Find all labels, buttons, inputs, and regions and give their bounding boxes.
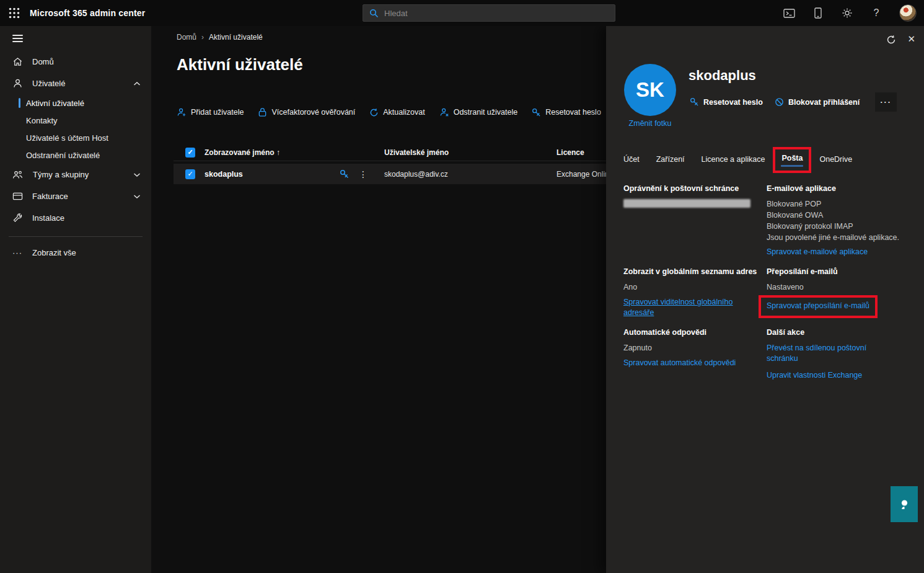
more-icon: ···: [12, 248, 23, 257]
sidebar-item-setup[interactable]: Instalace: [0, 207, 151, 229]
section-more-actions: Další akce Převést na sdílenou poštovní …: [767, 327, 904, 381]
email-apps-status: Jsou povolené jiné e-mailové aplikace.: [767, 233, 904, 243]
section-email-apps: E-mailové aplikace Blokované POP Blokova…: [767, 184, 904, 257]
chevron-down-icon: [133, 172, 141, 177]
person-icon: [12, 78, 23, 89]
row-display-name[interactable]: skodaplus: [205, 170, 243, 179]
sidebar-item-label: Uživatelé: [32, 79, 65, 88]
breadcrumb-separator: ›: [201, 33, 204, 42]
toolbar-label: Vícefaktorové ověřování: [271, 108, 355, 117]
user-avatar[interactable]: SK: [624, 64, 676, 116]
manage-email-apps-link[interactable]: Spravovat e-mailové aplikace: [767, 247, 868, 257]
row-licence: Exchange Online (: [557, 170, 606, 179]
sidebar-item-teams-groups[interactable]: Týmy a skupiny: [0, 164, 151, 185]
sidebar-item-users[interactable]: Uživatelé: [0, 73, 151, 94]
feedback-button[interactable]: [891, 486, 918, 522]
manage-automatic-replies-link[interactable]: Spravovat automatické odpovědi: [623, 358, 736, 368]
manage-email-forwarding-link[interactable]: Spravovat přeposílání e-mailů: [767, 301, 869, 311]
tab-licenses-apps[interactable]: Licence a aplikace: [702, 151, 765, 172]
section-email-forwarding: Přeposílání e-mailů Nastaveno Spravovat …: [767, 267, 904, 318]
sidebar-item-label: Týmy a skupiny: [33, 170, 89, 179]
person-add-icon: [177, 107, 187, 117]
sidebar-item-deleted-users[interactable]: Odstranění uživatelé: [0, 146, 151, 164]
sidebar-item-active-users[interactable]: Aktivní uživatelé: [0, 94, 151, 112]
refresh-icon: [369, 108, 379, 117]
column-display-name[interactable]: Zobrazované jméno ↑: [205, 148, 280, 157]
select-all-checkbox[interactable]: ✓: [185, 148, 195, 158]
tab-devices[interactable]: Zařízení: [656, 151, 685, 172]
refresh-button[interactable]: Aktualizovat: [369, 108, 425, 117]
tab-onedrive[interactable]: OneDrive: [819, 151, 852, 172]
table-row[interactable]: ✓ skodaplus ⋮ skodaplus@adiv.cz Exchange…: [174, 164, 606, 184]
mobile-app-icon[interactable]: [812, 7, 824, 19]
gal-value: Ano: [623, 282, 757, 293]
tab-mail[interactable]: Pošta: [781, 149, 803, 171]
key-icon: [532, 108, 541, 117]
annotation-box-forwarding-link: Spravovat přeposílání e-mailů: [759, 295, 878, 318]
action-label: Resetovat heslo: [703, 98, 763, 107]
sidebar-item-show-all[interactable]: ··· Zobrazit vše: [0, 242, 151, 263]
cloud-shell-icon[interactable]: [783, 7, 795, 19]
global-search[interactable]: [363, 4, 615, 22]
row-username: skodaplus@adiv.cz: [384, 170, 448, 179]
panel-actions: Resetovat heslo Blokovat přihlášení ···: [690, 92, 897, 112]
sidebar-item-label: Instalace: [32, 213, 64, 223]
block-icon: [775, 97, 784, 107]
action-label: Blokovat přihlášení: [788, 98, 860, 107]
people-group-icon: [12, 170, 24, 180]
search-input[interactable]: [384, 9, 609, 18]
change-photo-link[interactable]: Změnit fotku: [618, 119, 682, 128]
annotation-box-mail-tab: Pošta: [773, 147, 811, 173]
settings-gear-icon[interactable]: [841, 7, 853, 19]
panel-reset-password-button[interactable]: Resetovat heslo: [690, 97, 763, 107]
section-automatic-replies: Automatické odpovědi Zapnuto Spravovat a…: [623, 327, 757, 368]
sidebar-item-guest-users[interactable]: Uživatelé s účtem Host: [0, 129, 151, 146]
main-content: Domů › Aktivní uživatelé Aktivní uživate…: [151, 26, 606, 573]
help-icon[interactable]: ?: [870, 7, 882, 19]
nav-collapse-hamburger-icon[interactable]: [0, 26, 151, 51]
breadcrumb: Domů › Aktivní uživatelé: [177, 33, 263, 42]
account-avatar[interactable]: [899, 4, 917, 22]
sort-ascending-icon: ↑: [276, 148, 280, 157]
wrench-icon: [12, 213, 23, 223]
left-nav: Domů Uživatelé Aktivní uživatelé Kontakt…: [0, 26, 151, 573]
manage-gal-visibility-link[interactable]: Spravovat viditelnost globálního adresář…: [623, 297, 739, 318]
delete-user-button[interactable]: Odstranit uživatele: [439, 107, 518, 117]
mfa-button[interactable]: Vícefaktorové ověřování: [258, 107, 355, 117]
convert-shared-mailbox-link[interactable]: Převést na sdílenou poštovní schránku: [767, 343, 877, 364]
panel-close-icon[interactable]: ✕: [907, 33, 915, 45]
row-checkbox[interactable]: ✓: [185, 169, 195, 179]
column-licence[interactable]: Licence: [557, 148, 606, 157]
column-label: Zobrazované jméno: [205, 148, 275, 157]
reset-password-button[interactable]: Resetovat heslo: [532, 108, 601, 117]
panel-block-signin-button[interactable]: Blokovat přihlášení: [775, 97, 860, 107]
column-username[interactable]: Uživatelské jméno: [384, 148, 449, 157]
edit-exchange-properties-link[interactable]: Upravit vlastnosti Exchange: [767, 370, 862, 381]
search-icon: [369, 9, 379, 18]
breadcrumb-current: Aktivní uživatelé: [209, 33, 263, 42]
toolbar-label: Resetovat heslo: [545, 108, 601, 117]
section-title: Automatické odpovědi: [623, 327, 757, 338]
auto-replies-value: Zapnuto: [623, 343, 757, 353]
person-delete-icon: [439, 107, 449, 117]
panel-refresh-icon[interactable]: [886, 35, 896, 45]
app-launcher-waffle-icon[interactable]: [6, 5, 22, 21]
chevron-up-icon: [133, 81, 141, 86]
sidebar-item-label: Domů: [32, 57, 54, 66]
row-more-actions-icon[interactable]: ⋮: [359, 169, 367, 179]
sidebar-item-billing[interactable]: Fakturace: [0, 185, 151, 207]
app-title[interactable]: Microsoft 365 admin center: [30, 8, 145, 18]
tab-account[interactable]: Účet: [623, 151, 640, 172]
row-reset-password-key-icon[interactable]: [340, 169, 350, 179]
sidebar-item-home[interactable]: Domů: [0, 51, 151, 73]
sidebar-item-contacts[interactable]: Kontakty: [0, 112, 151, 129]
section-title: Další akce: [767, 327, 904, 338]
sidebar-item-label: Zobrazit vše: [32, 248, 76, 257]
redacted-text-bar: [623, 199, 750, 208]
email-apps-status: Blokované OWA: [767, 210, 904, 221]
top-bar: Microsoft 365 admin center ?: [0, 0, 924, 26]
panel-more-actions-button[interactable]: ···: [875, 92, 897, 112]
add-user-button[interactable]: Přidat uživatele: [177, 107, 244, 117]
breadcrumb-home-link[interactable]: Domů: [177, 33, 196, 42]
sidebar-item-label: Fakturace: [32, 192, 68, 201]
